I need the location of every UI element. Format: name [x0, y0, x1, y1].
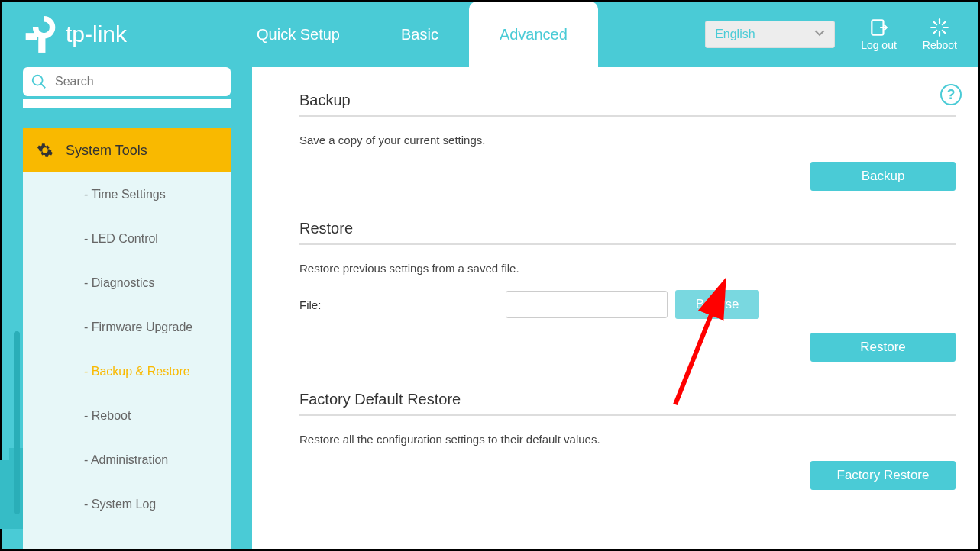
backup-desc: Save a copy of your current settings. — [299, 134, 956, 147]
svg-line-10 — [943, 21, 946, 24]
sidebar-item-time-settings[interactable]: - Time Settings — [23, 172, 231, 217]
sidebar-item-led-control[interactable]: - LED Control — [23, 217, 231, 261]
language-select[interactable]: English — [705, 21, 835, 48]
factory-restore-button[interactable]: Factory Restore — [810, 461, 956, 490]
svg-rect-0 — [26, 33, 37, 40]
svg-point-11 — [33, 76, 43, 85]
svg-line-12 — [41, 84, 46, 89]
logout-label: Log out — [861, 39, 897, 51]
reboot-icon — [930, 18, 949, 37]
scroll-indicator[interactable] — [14, 331, 20, 514]
logout-icon — [868, 18, 888, 37]
sidebar-item-backup-restore[interactable]: - Backup & Restore — [23, 350, 231, 394]
sidebar-item-firmware-upgrade[interactable]: - Firmware Upgrade — [23, 305, 231, 350]
main-nav: Quick SetupBasicAdvanced — [226, 2, 598, 67]
browse-button[interactable]: Browse — [675, 290, 759, 319]
restore-title: Restore — [299, 220, 956, 245]
logout-button[interactable]: Log out — [861, 18, 897, 51]
backup-title: Backup — [299, 92, 956, 117]
sidebar-section-system-tools[interactable]: System Tools — [23, 128, 231, 172]
sidebar-menu: System Tools - Time Settings- LED Contro… — [23, 128, 231, 549]
restore-button[interactable]: Restore — [810, 333, 956, 362]
sidebar-item-administration[interactable]: - Administration — [23, 438, 231, 482]
brand-logo: tp-link — [23, 14, 127, 54]
factory-title: Factory Default Restore — [299, 391, 956, 416]
factory-section: Factory Default Restore Restore all the … — [299, 391, 956, 490]
sidebar-item-diagnostics[interactable]: - Diagnostics — [23, 261, 231, 305]
sidebar-item-reboot[interactable]: - Reboot — [23, 394, 231, 438]
svg-line-8 — [943, 31, 946, 34]
nav-tab-quick-setup[interactable]: Quick Setup — [226, 2, 370, 67]
sidebar-item-system-log[interactable]: - System Log — [23, 482, 231, 527]
reboot-button[interactable]: Reboot — [923, 18, 957, 51]
decorative-squares — [0, 460, 26, 529]
svg-line-7 — [934, 21, 937, 24]
tplink-logo-icon — [23, 14, 58, 54]
help-button[interactable]: ? — [940, 84, 962, 105]
help-icon: ? — [947, 87, 956, 103]
nav-tab-advanced[interactable]: Advanced — [469, 2, 598, 67]
restore-desc: Restore previous settings from a saved f… — [299, 262, 956, 275]
file-input[interactable] — [506, 291, 668, 318]
svg-rect-1 — [38, 33, 45, 53]
chevron-down-icon — [814, 27, 825, 41]
backup-section: Backup Save a copy of your current setti… — [299, 92, 956, 191]
nav-tab-basic[interactable]: Basic — [370, 2, 469, 67]
reboot-label: Reboot — [923, 39, 957, 51]
brand-name: tp-link — [66, 21, 127, 47]
search-input[interactable] — [55, 75, 223, 89]
content-area: ? Backup Save a copy of your current set… — [252, 67, 978, 549]
factory-desc: Restore all the configuration settings t… — [299, 433, 956, 446]
sidebar-title: System Tools — [66, 143, 147, 159]
sidebar-divider — [23, 99, 231, 108]
search-box[interactable] — [23, 67, 231, 96]
search-icon — [31, 73, 47, 90]
gear-icon — [37, 142, 53, 159]
sidebar: System Tools - Time Settings- LED Contro… — [2, 67, 252, 549]
svg-line-9 — [934, 31, 937, 34]
language-value: English — [715, 27, 755, 41]
file-label: File: — [299, 298, 498, 311]
backup-button[interactable]: Backup — [810, 162, 956, 191]
restore-section: Restore Restore previous settings from a… — [299, 220, 956, 362]
